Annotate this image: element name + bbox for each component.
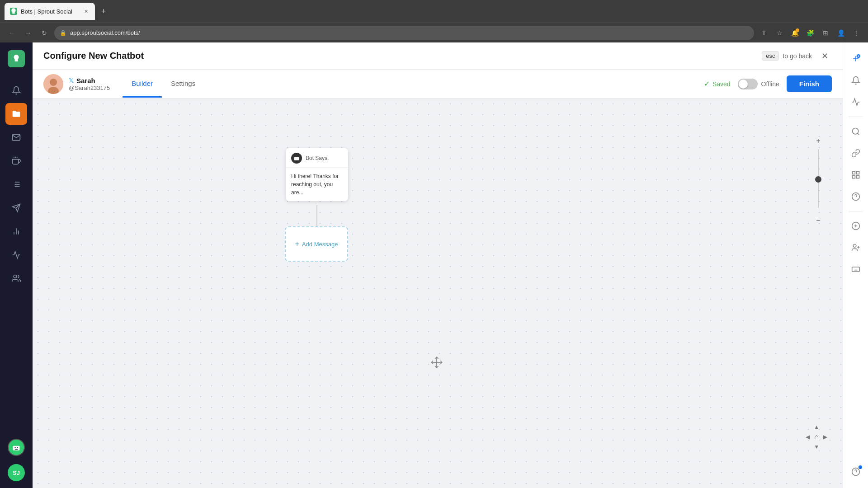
sidebar-item-user[interactable]: SJ (5, 462, 27, 483)
right-sidebar-help-badge-container (847, 463, 865, 481)
lock-icon: 🔒 (60, 30, 66, 36)
browser-extension-puzzle[interactable]: 🧩 (804, 27, 816, 39)
page-title: Configure New Chatbot (43, 51, 144, 61)
zoom-thumb[interactable] (815, 176, 821, 183)
browser-bookmark[interactable]: ☆ (773, 27, 786, 39)
bot-sub-header: 𝕏 Sarah @Sarah233175 Builder Settings ✓ … (33, 70, 843, 99)
right-sidebar-help-bottom[interactable] (847, 463, 865, 481)
bot-avatar (8, 439, 25, 456)
toggle-label: Offline (761, 80, 779, 88)
zoom-out-button[interactable]: − (812, 214, 825, 227)
svg-rect-30 (852, 172, 855, 174)
sidebar-item-inbox[interactable] (5, 127, 27, 148)
tab-close-button[interactable]: ✕ (82, 8, 90, 15)
right-sidebar-user-add[interactable] (847, 239, 865, 257)
page-header: Configure New Chatbot esc to go back ✕ (33, 42, 843, 70)
svg-rect-18 (15, 449, 18, 450)
sidebar-item-reports[interactable] (5, 244, 27, 266)
nav-down-button[interactable]: ▼ (812, 442, 821, 452)
finish-button[interactable]: Finish (787, 75, 832, 92)
bot-profile-avatar (43, 74, 63, 94)
sidebar-item-notifications[interactable] (5, 80, 27, 101)
connector-line (316, 205, 317, 228)
zoom-in-button[interactable]: + (812, 135, 825, 147)
right-sidebar-analytics[interactable] (847, 93, 865, 111)
sidebar-item-publish[interactable] (5, 197, 27, 219)
builder-canvas[interactable]: Bot Says: Hi there! Thanks for reaching … (33, 99, 843, 488)
right-sidebar-add[interactable] (847, 217, 865, 235)
canvas-nav: ▲ ◀ ⌂ ▶ ▼ (804, 422, 829, 452)
twitter-icon: 𝕏 (69, 77, 74, 84)
user-avatar: SJ (8, 464, 25, 481)
right-sidebar-grid[interactable] (847, 166, 865, 184)
svg-line-29 (857, 133, 859, 135)
bot-says-card[interactable]: Bot Says: Hi there! Thanks for reaching … (286, 148, 348, 201)
help-badge (859, 465, 862, 469)
sub-header-right: ✓ Saved Offline Finish (704, 75, 832, 92)
offline-toggle[interactable] (738, 79, 758, 89)
bot-profile: 𝕏 Sarah @Sarah233175 (43, 74, 119, 94)
browser-profile[interactable]: 👤 (835, 27, 847, 39)
go-back-label: to go back (783, 52, 812, 60)
saved-status: ✓ Saved (704, 80, 731, 88)
bot-card-title: Bot Says: (306, 155, 329, 161)
svg-rect-31 (856, 172, 859, 174)
nav-right-button[interactable]: ▶ (821, 432, 829, 442)
move-cursor-icon (430, 356, 443, 371)
browser-menu[interactable]: ⋮ (850, 27, 863, 39)
forward-button[interactable]: → (22, 27, 34, 39)
nav-home-button[interactable]: ⌂ (813, 432, 820, 442)
sidebar-item-bot[interactable] (5, 436, 27, 458)
right-sidebar-link[interactable] (847, 144, 865, 162)
esc-hint: esc to go back (762, 51, 812, 61)
svg-rect-15 (13, 446, 20, 450)
right-sidebar-compose[interactable] (847, 50, 865, 68)
nav-up-button[interactable]: ▲ (812, 422, 821, 432)
toggle-thumb (739, 80, 748, 89)
right-sidebar-keyboard[interactable] (847, 260, 865, 278)
bot-handle: @Sarah233175 (69, 84, 110, 91)
active-tab[interactable]: Bots | Sprout Social ✕ (5, 3, 95, 20)
svg-point-28 (852, 128, 858, 134)
svg-rect-32 (856, 176, 859, 178)
sidebar-item-list[interactable] (5, 174, 27, 195)
new-tab-button[interactable]: + (97, 5, 110, 18)
content-area: Configure New Chatbot esc to go back ✕ (33, 42, 843, 488)
svg-point-23 (295, 158, 296, 159)
back-button[interactable]: ← (5, 27, 18, 39)
app-logo[interactable] (0, 42, 33, 75)
right-sidebar-view[interactable] (847, 122, 865, 141)
sidebar-item-team[interactable] (5, 267, 27, 289)
svg-rect-22 (294, 157, 299, 160)
bot-name-section: 𝕏 Sarah @Sarah233175 (69, 77, 110, 91)
right-sidebar-divider-2 (849, 211, 863, 211)
svg-point-14 (14, 275, 17, 278)
svg-rect-42 (852, 267, 859, 272)
sidebar-item-folder[interactable] (5, 103, 27, 125)
svg-rect-33 (852, 176, 855, 178)
right-sidebar-notifications[interactable] (847, 71, 865, 89)
tab-settings[interactable]: Settings (162, 70, 204, 98)
url-text: app.sproutsocial.com/bots/ (70, 29, 749, 36)
browser-extension-bell[interactable]: 🔔 (788, 27, 801, 39)
sidebar-item-tasks[interactable] (5, 150, 27, 172)
browser-extension-split[interactable]: ⊞ (819, 27, 832, 39)
bot-configurator: 𝕏 Sarah @Sarah233175 Builder Settings ✓ … (33, 70, 843, 488)
zoom-slider[interactable] (818, 149, 819, 212)
tab-favicon (10, 8, 17, 15)
tab-builder[interactable]: Builder (123, 70, 162, 98)
add-message-card[interactable]: + Add Message (285, 226, 348, 262)
zoom-controls: + − (812, 135, 825, 227)
sidebar-item-analytics-bar[interactable] (5, 221, 27, 242)
refresh-button[interactable]: ↻ (38, 27, 51, 39)
svg-point-24 (297, 158, 298, 159)
bot-card-body: Hi there! Thanks for reaching out, you a… (286, 168, 348, 201)
close-button[interactable]: ✕ (817, 49, 832, 63)
bot-card-header: Bot Says: (286, 148, 348, 168)
right-sidebar-help[interactable] (847, 188, 865, 206)
browser-extension-share[interactable]: ⇧ (758, 27, 770, 39)
nav-left-button[interactable]: ◀ (804, 432, 811, 442)
address-bar[interactable]: 🔒 app.sproutsocial.com/bots/ (54, 26, 754, 40)
plus-icon: + (295, 240, 299, 248)
sidebar-navigation (5, 75, 27, 432)
